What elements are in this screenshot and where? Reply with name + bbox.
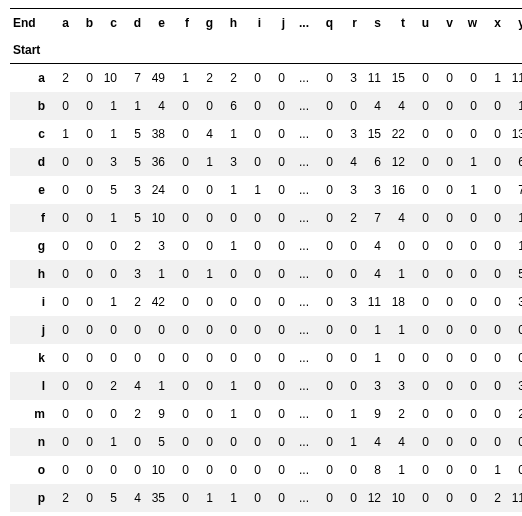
- cell: 1: [360, 316, 384, 344]
- cell: 0: [264, 232, 288, 260]
- cell: 0: [168, 428, 192, 456]
- cell: ...: [288, 400, 312, 428]
- cell: 3: [504, 288, 522, 316]
- table-row: n0010500000...0144000000: [10, 428, 522, 456]
- cell: 2: [216, 64, 240, 93]
- cell: 0: [456, 344, 480, 372]
- cell: 0: [408, 232, 432, 260]
- cell: 1: [96, 428, 120, 456]
- cell: 0: [432, 484, 456, 512]
- cell: 1: [168, 64, 192, 93]
- row-label: b: [10, 92, 48, 120]
- cell: 0: [408, 512, 432, 516]
- cell: 0: [408, 120, 432, 148]
- cell: 0: [456, 512, 480, 516]
- col-header: e: [144, 9, 168, 38]
- cell: 0: [264, 456, 288, 484]
- cell: 0: [456, 232, 480, 260]
- row-label: d: [10, 148, 48, 176]
- cell: 4: [360, 232, 384, 260]
- cell: ...: [288, 176, 312, 204]
- cell: 1: [216, 400, 240, 428]
- cell: 0: [168, 92, 192, 120]
- cell: 0: [120, 344, 144, 372]
- cell: 0: [72, 176, 96, 204]
- cell: 0: [168, 344, 192, 372]
- cell: 0: [216, 456, 240, 484]
- col-header: w: [456, 9, 480, 38]
- cell: 0: [336, 260, 360, 288]
- row-label: c: [10, 120, 48, 148]
- cell: 0: [240, 372, 264, 400]
- cell: 0: [192, 92, 216, 120]
- cell: 1: [480, 64, 504, 93]
- cell: 0: [240, 148, 264, 176]
- cell: 1: [456, 176, 480, 204]
- cell: 0: [72, 288, 96, 316]
- cell: 0: [48, 260, 72, 288]
- cell: 0: [168, 400, 192, 428]
- table-row: j0000000000...0011000000: [10, 316, 522, 344]
- cell: 0: [264, 400, 288, 428]
- cell: 0: [96, 344, 120, 372]
- cell: 0: [336, 344, 360, 372]
- cell: 9: [360, 400, 384, 428]
- cell: 35: [144, 484, 168, 512]
- col-header: d: [120, 9, 144, 38]
- cell: 1: [96, 204, 120, 232]
- cell: 0: [432, 512, 456, 516]
- cell: 0: [432, 288, 456, 316]
- cell: ...: [288, 428, 312, 456]
- cell: 0: [96, 260, 120, 288]
- cell: 0: [72, 512, 96, 516]
- cell: 0: [336, 232, 360, 260]
- cell: 7: [360, 204, 384, 232]
- col-header: c: [96, 9, 120, 38]
- cell: 0: [336, 372, 360, 400]
- col-header: s: [360, 9, 384, 38]
- cell: 0: [144, 316, 168, 344]
- cell: 49: [144, 64, 168, 93]
- cell: 16: [384, 176, 408, 204]
- cell: 1: [192, 260, 216, 288]
- cell: ...: [288, 456, 312, 484]
- cell: 15: [360, 120, 384, 148]
- cell: 1: [456, 148, 480, 176]
- cell: 0: [456, 92, 480, 120]
- start-label: Start: [10, 37, 522, 63]
- letter-bigram-table: End abcdefghij...qrstuvwxyz Start a20107…: [0, 0, 522, 516]
- cell: 4: [120, 484, 144, 512]
- cell: 1: [360, 512, 384, 516]
- cell: 1: [504, 204, 522, 232]
- cell: 3: [360, 176, 384, 204]
- cell: 0: [192, 456, 216, 484]
- cell: 0: [384, 232, 408, 260]
- cell: 5: [96, 176, 120, 204]
- cell: 4: [384, 428, 408, 456]
- cell: 0: [168, 232, 192, 260]
- cell: 0: [480, 260, 504, 288]
- cell: 0: [72, 148, 96, 176]
- cell: 0: [264, 372, 288, 400]
- cell: 0: [72, 372, 96, 400]
- row-label: g: [10, 232, 48, 260]
- cell: 12: [360, 484, 384, 512]
- cell: 0: [168, 204, 192, 232]
- col-header: r: [336, 9, 360, 38]
- cell: 0: [408, 92, 432, 120]
- cell: 0: [168, 456, 192, 484]
- cell: 0: [480, 344, 504, 372]
- cell: 0: [240, 204, 264, 232]
- cell: 0: [192, 204, 216, 232]
- cell: 0: [432, 372, 456, 400]
- row-label: h: [10, 260, 48, 288]
- cell: ...: [288, 204, 312, 232]
- cell: ...: [288, 92, 312, 120]
- end-label: End: [10, 9, 48, 38]
- table-row: d00353601300...04612001060: [10, 148, 522, 176]
- cell: 0: [168, 316, 192, 344]
- cell: 3: [504, 372, 522, 400]
- cell: 0: [432, 232, 456, 260]
- cell: 0: [264, 148, 288, 176]
- col-header: j: [264, 9, 288, 38]
